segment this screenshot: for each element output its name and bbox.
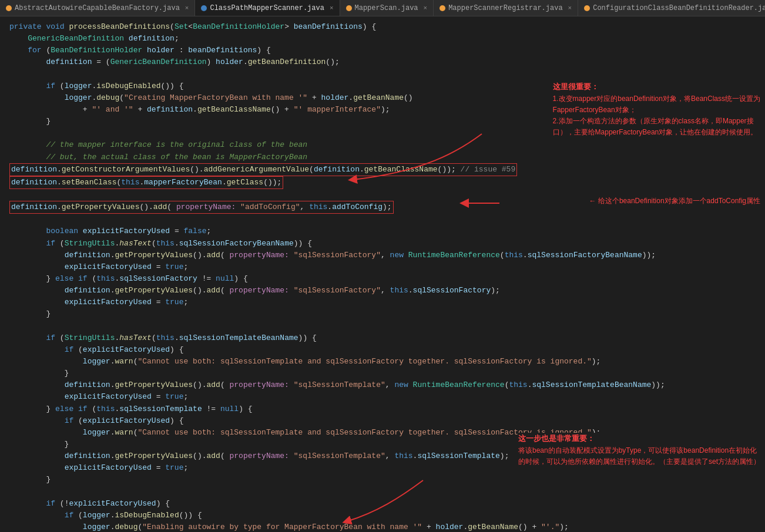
tab-abstract-autowire[interactable]: AbstractAutowireCapableBeanFactory.java …: [0, 0, 195, 16]
annotation-2: ← 给这个beanDefinition对象添加一个addToConfig属性: [589, 196, 760, 207]
tab-icon-4: [439, 5, 445, 11]
tab-mapper-scan[interactable]: MapperScan.java ×: [340, 0, 434, 16]
tab-label-3: MapperScan.java: [355, 4, 418, 12]
tab-label-5: ConfigurationClassBeanDefinitionReader.j…: [593, 4, 765, 12]
tab-mapper-scanner-registrar[interactable]: MapperScannerRegistrar.java ×: [434, 0, 578, 16]
tab-close-1[interactable]: ×: [185, 5, 189, 12]
tab-icon-1: [6, 5, 12, 11]
tab-configuration-class[interactable]: ConfigurationClassBeanDefinitionReader.j…: [578, 0, 765, 16]
tab-close-2[interactable]: ×: [330, 5, 334, 12]
tab-icon-3: [346, 5, 352, 11]
tab-close-3[interactable]: ×: [424, 5, 428, 12]
tab-bar: AbstractAutowireCapableBeanFactory.java …: [0, 0, 765, 16]
tab-icon-5: [584, 5, 590, 11]
tab-icon-2: [201, 5, 207, 11]
code-area: private void processBeanDefinitions(Set<…: [0, 16, 765, 532]
tab-label-4: MapperScannerRegistrar.java: [448, 4, 562, 12]
tab-label-2: ClassPathMapperScanner.java: [210, 4, 324, 12]
annotation-1: 这里很重要： 1.改变mapper对应的beanDefinition对象，将Be…: [553, 81, 760, 139]
tab-label-1: AbstractAutowireCapableBeanFactory.java: [15, 4, 180, 12]
tab-classpath-mapper-scanner[interactable]: ClassPathMapperScanner.java ×: [195, 0, 340, 16]
annotation-3: 这一步也是非常重要： 将该bean的自动装配模式设置为byType，可以使得该b…: [518, 433, 760, 467]
tab-close-4[interactable]: ×: [568, 5, 572, 12]
